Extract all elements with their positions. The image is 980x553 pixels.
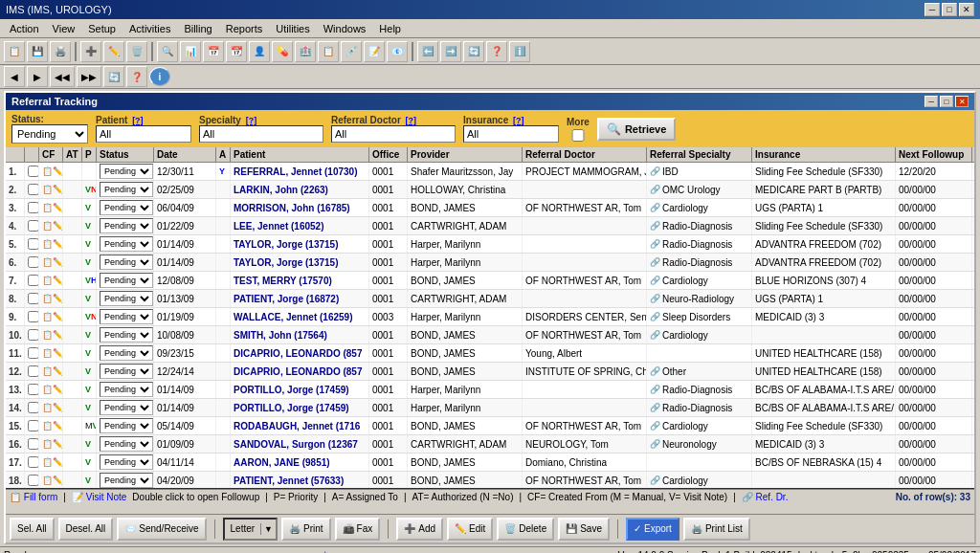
row-checkbox-cell[interactable]: [25, 417, 39, 434]
row-checkbox-cell[interactable]: [25, 399, 39, 416]
row-status[interactable]: Pending: [97, 199, 154, 216]
nav-first-btn[interactable]: ◀◀: [50, 66, 75, 87]
insurance-help[interactable]: [?]: [513, 116, 524, 125]
row-checkbox-cell[interactable]: [25, 326, 39, 343]
toolbar-btn-4[interactable]: ➕: [80, 41, 101, 62]
more-checkbox[interactable]: [567, 129, 590, 142]
table-row[interactable]: 9. 📋✏️ VN Pending 01/19/09 WALLACE, Jenn…: [6, 308, 974, 326]
toolbar-btn-3[interactable]: 🖨️: [50, 41, 71, 62]
table-row[interactable]: 10. 📋✏️ V Pending 10/08/09 SMITH, John (…: [6, 326, 974, 344]
row-status[interactable]: Pending: [97, 453, 154, 471]
row-checkbox[interactable]: [28, 438, 39, 450]
row-status[interactable]: Pending: [97, 417, 154, 434]
status-dropdown[interactable]: Pending: [100, 164, 153, 179]
status-dropdown[interactable]: Pending: [100, 218, 153, 233]
toolbar-btn-22[interactable]: ℹ️: [509, 41, 530, 62]
toolbar-btn-8[interactable]: 📊: [180, 41, 201, 62]
toolbar-btn-14[interactable]: 📋: [318, 41, 339, 62]
row-checkbox-cell[interactable]: [25, 235, 39, 253]
menu-billing[interactable]: Billing: [178, 22, 217, 35]
row-checkbox-cell[interactable]: [25, 254, 39, 271]
toolbar-btn-18[interactable]: ⬅️: [417, 41, 438, 62]
row-checkbox-cell[interactable]: [25, 217, 39, 234]
row-checkbox[interactable]: [28, 420, 39, 431]
row-checkbox-cell[interactable]: [25, 472, 39, 488]
table-row[interactable]: 6. 📋✏️ V Pending 01/14/09 TAYLOR, Jorge …: [6, 254, 974, 272]
row-status[interactable]: Pending: [97, 217, 154, 234]
fill-form-link[interactable]: 📋 Fill form: [10, 492, 57, 502]
toolbar-btn-15[interactable]: 💉: [341, 41, 362, 62]
menu-windows[interactable]: Windows: [318, 22, 372, 35]
help-btn2[interactable]: ❓: [126, 66, 147, 87]
table-row[interactable]: 1. 📋✏️ Pending 12/30/11 Y REFERRAL, Jenn…: [6, 163, 974, 181]
row-status[interactable]: Pending: [97, 344, 154, 362]
status-dropdown[interactable]: Pending: [100, 400, 153, 415]
refdoc-help[interactable]: [?]: [406, 116, 417, 125]
menu-setup[interactable]: Setup: [82, 22, 122, 35]
row-checkbox[interactable]: [28, 238, 39, 250]
toolbar-btn-16[interactable]: 📝: [364, 41, 385, 62]
toolbar-btn-10[interactable]: 📆: [226, 41, 247, 62]
status-dropdown[interactable]: Pending: [100, 273, 153, 288]
minimize-button[interactable]: ─: [924, 3, 940, 16]
print-list-button[interactable]: 🖨️ Print List: [683, 518, 750, 541]
status-dropdown[interactable]: Pending: [100, 182, 153, 197]
row-checkbox-cell[interactable]: [25, 344, 39, 362]
row-checkbox-cell[interactable]: [25, 435, 39, 453]
insurance-input[interactable]: [463, 125, 559, 143]
row-checkbox-cell[interactable]: [25, 199, 39, 216]
print-button[interactable]: 🖨️ Print: [281, 518, 331, 541]
row-checkbox[interactable]: [28, 456, 39, 468]
status-dropdown[interactable]: Pending: [100, 454, 153, 470]
row-checkbox[interactable]: [28, 475, 39, 486]
row-checkbox[interactable]: [28, 329, 39, 341]
status-dropdown[interactable]: Pending: [100, 382, 153, 397]
row-checkbox[interactable]: [28, 293, 39, 304]
row-checkbox[interactable]: [28, 184, 39, 195]
menu-action[interactable]: Action: [4, 22, 45, 35]
row-checkbox[interactable]: [28, 365, 39, 377]
status-dropdown[interactable]: Pending: [100, 473, 153, 488]
toolbar-btn-21[interactable]: ❓: [486, 41, 507, 62]
row-checkbox-cell[interactable]: [25, 272, 39, 289]
horizontal-scrollbar[interactable]: [6, 504, 974, 514]
add-button[interactable]: ➕ Add: [396, 518, 443, 541]
info-btn[interactable]: i: [149, 67, 170, 86]
status-dropdown[interactable]: Pending: [100, 327, 153, 343]
export-button[interactable]: ✓ Export: [626, 518, 679, 541]
table-row[interactable]: 7. 📋✏️ VH Pending 12/08/09 TEST, MERRY (…: [6, 272, 974, 290]
refdoc-input[interactable]: [331, 125, 456, 143]
patient-help[interactable]: [?]: [132, 116, 144, 125]
row-status[interactable]: Pending: [97, 399, 154, 416]
close-button[interactable]: ✕: [959, 3, 974, 16]
status-dropdown[interactable]: Pending: [100, 436, 153, 452]
inner-close[interactable]: ✕: [955, 96, 969, 107]
row-checkbox[interactable]: [28, 347, 39, 359]
row-checkbox-cell[interactable]: [25, 163, 39, 180]
status-dropdown[interactable]: Pending: [100, 200, 153, 215]
sel-all-button[interactable]: Sel. All: [10, 518, 55, 541]
inner-minimize[interactable]: ─: [924, 96, 938, 107]
row-checkbox[interactable]: [28, 275, 39, 286]
table-row[interactable]: 11. 📋✏️ V Pending 09/23/15 DICAPRIO, LEO…: [6, 344, 974, 363]
desel-all-button[interactable]: Desel. All: [58, 518, 114, 541]
nav-last-btn[interactable]: ▶▶: [77, 66, 101, 87]
status-dropdown[interactable]: Pending: [100, 291, 153, 306]
row-status[interactable]: Pending: [97, 326, 154, 343]
toolbar-btn-2[interactable]: 💾: [27, 41, 48, 62]
row-status[interactable]: Pending: [97, 290, 154, 307]
toolbar-btn-17[interactable]: 📧: [387, 41, 408, 62]
toolbar-btn-13[interactable]: 🏥: [295, 41, 316, 62]
table-row[interactable]: 18. 📋✏️ V Pending 04/20/09 PATIENT, Jenn…: [6, 472, 974, 488]
row-status[interactable]: Pending: [97, 435, 154, 453]
row-status[interactable]: Pending: [97, 235, 154, 253]
status-dropdown[interactable]: Pending: [100, 254, 153, 270]
toolbar-btn-19[interactable]: ➡️: [440, 41, 461, 62]
table-row[interactable]: 17. 📋✏️ V Pending 04/11/14 AARON, JANE (…: [6, 453, 974, 472]
status-dropdown[interactable]: Pending: [100, 418, 153, 433]
menu-utilities[interactable]: Utilities: [270, 22, 315, 35]
status-dropdown[interactable]: Pending: [100, 236, 153, 252]
table-row[interactable]: 8. 📋✏️ V Pending 01/13/09 PATIENT, Jorge…: [6, 290, 974, 308]
status-dropdown[interactable]: Pending: [100, 364, 153, 379]
status-dropdown[interactable]: Pending: [100, 345, 153, 361]
